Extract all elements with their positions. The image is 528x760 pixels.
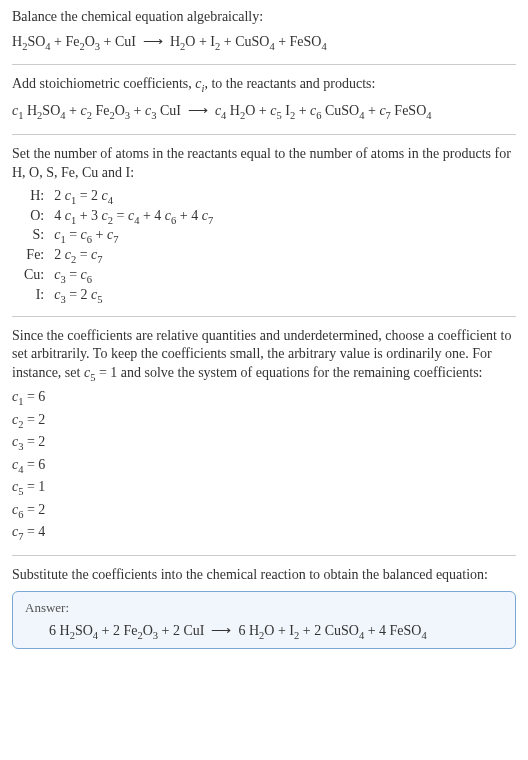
element-label: H: — [20, 187, 50, 207]
title-text: Balance the chemical equation algebraica… — [12, 8, 516, 27]
atom-equations-table: H: 2 c1 = 2 c4 O: 4 c1 + 3 c2 = c4 + 4 c… — [20, 187, 217, 306]
element-equation: c3 = c6 — [50, 266, 217, 286]
element-equation: 2 c1 = 2 c4 — [50, 187, 217, 207]
stoich-intro-text2: , to the reactants and products: — [204, 76, 375, 91]
unbalanced-equation: H2SO4 + Fe2O3 + CuI ⟶ H2O + I2 + CuSO4 +… — [12, 31, 516, 55]
element-label: S: — [20, 226, 50, 246]
element-equation: c3 = 2 c5 — [50, 286, 217, 306]
table-row: Cu: c3 = c6 — [20, 266, 217, 286]
underdetermined-text: Since the coefficients are relative quan… — [12, 327, 516, 386]
atoms-intro: Set the number of atoms in the reactants… — [12, 145, 516, 183]
table-row: H: 2 c1 = 2 c4 — [20, 187, 217, 207]
element-label: I: — [20, 286, 50, 306]
answer-box: Answer: 6 H2SO4 + 2 Fe2O3 + 2 CuI ⟶ 6 H2… — [12, 591, 516, 650]
coeff-value: c6 = 2 — [12, 500, 516, 522]
element-label: Cu: — [20, 266, 50, 286]
divider — [12, 316, 516, 317]
element-equation: 2 c2 = c7 — [50, 246, 217, 266]
answer-equation: 6 H2SO4 + 2 Fe2O3 + 2 CuI ⟶ 6 H2O + I2 +… — [49, 622, 503, 641]
substitute-text: Substitute the coefficients into the che… — [12, 566, 516, 585]
element-equation: c1 = c6 + c7 — [50, 226, 217, 246]
table-row: I: c3 = 2 c5 — [20, 286, 217, 306]
coeff-value: c2 = 2 — [12, 410, 516, 432]
answer-label: Answer: — [25, 600, 503, 616]
element-label: O: — [20, 207, 50, 227]
coefficient-list: c1 = 6 c2 = 2 c3 = 2 c4 = 6 c5 = 1 c6 = … — [12, 387, 516, 544]
coeff-value: c3 = 2 — [12, 432, 516, 454]
coeff-value: c1 = 6 — [12, 387, 516, 409]
element-equation: 4 c1 + 3 c2 = c4 + 4 c6 + 4 c7 — [50, 207, 217, 227]
element-label: Fe: — [20, 246, 50, 266]
table-row: Fe: 2 c2 = c7 — [20, 246, 217, 266]
divider — [12, 555, 516, 556]
table-row: O: 4 c1 + 3 c2 = c4 + 4 c6 + 4 c7 — [20, 207, 217, 227]
coeff-value: c4 = 6 — [12, 455, 516, 477]
divider — [12, 64, 516, 65]
stoich-intro: Add stoichiometric coefficients, ci, to … — [12, 75, 516, 96]
stoich-intro-text: Add stoichiometric coefficients, — [12, 76, 195, 91]
coeff-value: c5 = 1 — [12, 477, 516, 499]
divider — [12, 134, 516, 135]
coeff-value: c7 = 4 — [12, 522, 516, 544]
stoich-equation: c1 H2SO4 + c2 Fe2O3 + c3 CuI ⟶ c4 H2O + … — [12, 100, 516, 124]
table-row: S: c1 = c6 + c7 — [20, 226, 217, 246]
